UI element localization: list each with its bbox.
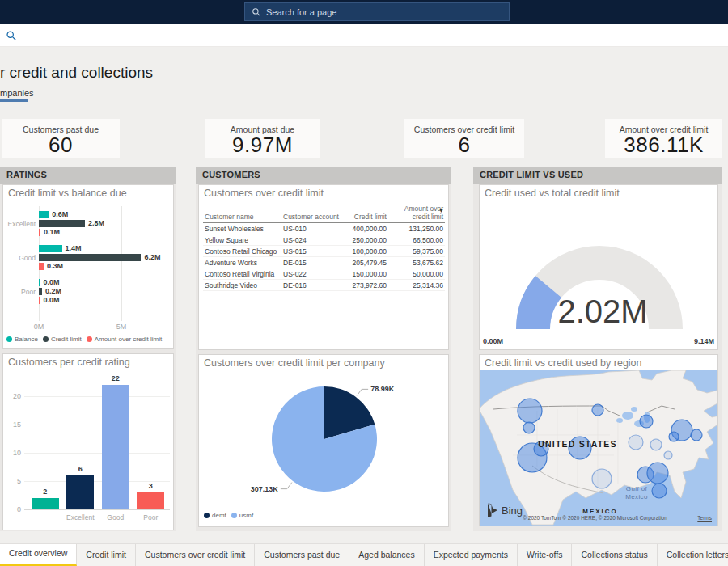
chart-credit-limit-vs-balance-due: Credit limit vs balance due 0M5MExcellen… [2,184,174,349]
global-search-box[interactable] [244,2,510,21]
category-label: Good [98,513,133,522]
map-bubble[interactable] [592,404,603,416]
workspace-tab-credit-overview[interactable]: Credit overview [0,544,77,566]
map-bubble[interactable] [640,415,653,428]
legend-label: usmf [239,512,253,519]
gauge-value-label: 2.02M [557,294,647,329]
table-row[interactable]: Sunset WholesalesUS-010400,000.00131,250… [203,223,445,234]
workspace-tab-expected-payments[interactable]: Expected payments [425,544,518,566]
bar-balance[interactable] [39,279,40,286]
map-bubble[interactable] [518,399,542,423]
map-bubble[interactable] [664,451,672,459]
bar-blank[interactable] [32,498,59,509]
x-axis-line [24,509,170,510]
kpi-value: 60 [2,134,120,155]
customers-table: Customer nameCustomer accountCredit limi… [203,205,445,291]
map-bubble[interactable] [652,484,667,498]
pie-callout-line [357,389,368,395]
kpi-amount-over-credit-limit[interactable]: Amount over credit limit 386.11K [605,119,722,158]
data-label: 307.13K [251,485,279,493]
map-bubble[interactable] [523,422,535,433]
credit-collections-workspace: { "topbar": { "search_placeholder": "Sea… [0,0,728,566]
table-row[interactable]: Adventure WorksDE-015205,479.4553,675.62 [203,257,445,268]
legend-item[interactable]: Amount over credit limit [87,336,163,343]
column-header-amount-over-credit-limit[interactable]: Amount over credit limit▼ [388,205,445,223]
bar-amount-over-credit-limit[interactable] [39,297,40,304]
table-row[interactable]: Contoso Retail ChicagoUS-015100,000.0059… [203,246,445,257]
map-bubble[interactable] [669,432,679,441]
legend-dot [43,336,49,342]
table-row[interactable]: Contoso Retail VirginiaUS-022150,000.005… [203,268,445,280]
workspace-tab-write-offs[interactable]: Write-offs [518,544,573,566]
bar-good[interactable] [102,385,129,509]
column-header-customer-account[interactable]: Customer account [281,205,341,223]
x-axis-tick: 5M [113,323,129,331]
cell: 273,972.60 [341,280,388,291]
tab-active-underline [0,99,28,102]
legend-item[interactable]: demf [204,512,226,519]
map-bubble[interactable] [691,429,702,441]
bar-amount-over-credit-limit[interactable] [39,229,40,236]
gauge-fill[interactable] [533,287,548,329]
workspace-tab-customers-past-due[interactable]: Customers past due [255,544,349,566]
global-search-input[interactable] [266,7,502,17]
category-label: Excellent [63,513,99,522]
map-credit-by-region: Credit limit vs credit used by region UN… [479,354,718,526]
map-terms-link[interactable]: Terms [697,515,712,521]
gridline-y [24,396,170,397]
bar-credit-limit[interactable] [39,288,42,295]
chart-over-limit-per-company: Customers over credit limit per company … [198,354,449,527]
map-bubble[interactable] [592,469,612,488]
chart-customers-per-credit-rating: Customers per credit rating 0510152026Ex… [2,353,174,530]
map-bubble[interactable] [629,435,643,450]
nav-search-button[interactable] [3,30,19,43]
data-label: 2.8M [88,220,104,227]
gridline-y [24,424,170,425]
data-label: 0.6M [52,211,68,218]
bar-balance[interactable] [39,211,49,218]
bar-amount-over-credit-limit[interactable] [39,263,44,270]
data-label: 78.99K [370,385,395,393]
action-bar [0,24,728,47]
map-bubble[interactable] [647,463,668,484]
legend-item[interactable]: usmf [231,512,253,519]
kpi-customers-over-credit-limit[interactable]: Customers over credit limit 6 [404,119,524,158]
column-header-credit-limit[interactable]: Credit limit [341,205,388,223]
table-row[interactable]: Yellow SquareUS-024250,000.0066,500.00 [203,234,445,246]
bar-poor[interactable] [137,492,164,509]
workspace-tab-credit-limit[interactable]: Credit limit [77,544,136,566]
kpi-amount-past-due[interactable]: Amount past due 9.97M [205,119,320,158]
bar-credit-limit[interactable] [39,254,141,261]
pie-callout-line [281,483,292,489]
cell: 400,000.00 [341,223,388,234]
panel-credit-header: CREDIT LIMIT VS USED [473,167,722,184]
map-bubble[interactable] [650,439,662,450]
cell: Sunset Wholesales [203,223,281,234]
workspace-tab-customers-over-credit-limit[interactable]: Customers over credit limit [136,544,255,566]
bar-excellent[interactable] [66,475,94,509]
cell: US-022 [281,268,341,280]
table-row[interactable]: Southridge VideoDE-016273,972.6025,314.3… [203,280,445,291]
tab-companies[interactable]: mpanies [0,88,34,98]
workspace-tab-collection-letters[interactable]: Collection letters [658,544,728,566]
workspace-tab-aged-balances[interactable]: Aged balances [349,544,424,566]
bing-map[interactable]: UNITED STATESMEXICOGulf ofMexico Bing © … [480,370,717,526]
legend-item[interactable]: Balance [6,336,38,343]
sort-descending-icon[interactable]: ▼ [438,208,444,213]
kpi-customers-past-due[interactable]: Customers past due 60 [2,119,120,158]
bar-credit-limit[interactable] [39,220,85,227]
category-label: Excellent [5,220,36,228]
cell: 25,314.36 [388,280,445,291]
legend-item[interactable]: Credit limit [43,336,82,343]
cell: Yellow Square [203,234,281,246]
data-label: 0.2M [45,288,61,295]
workspace-tab-collections-status[interactable]: Collections status [572,544,657,566]
map-label: MEXICO [582,508,618,515]
y-axis-tick: 0 [5,505,21,513]
page-title: r credit and collections [0,64,153,82]
column-header-customer-name[interactable]: Customer name [203,205,281,223]
bar-balance[interactable] [39,245,62,252]
legend-label: Balance [15,336,38,343]
legend-dot [204,513,210,518]
cell: Adventure Works [203,257,281,268]
